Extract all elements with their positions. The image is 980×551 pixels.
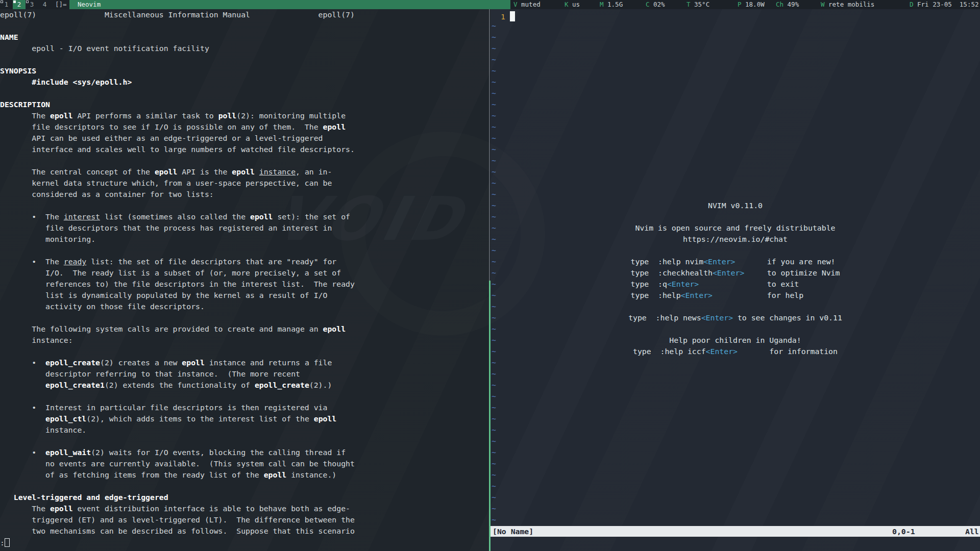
nvim-intro-line: Help poor children in Uganda!: [491, 335, 980, 346]
status-P: P 18.0W: [738, 0, 765, 9]
status-W: W rete mobilis: [821, 0, 874, 9]
nvim-intro-line: type :help nvim<Enter> if you are new!: [491, 256, 980, 267]
statusbar: V mutedK usM 1.5GC 02%T 35°CP 18.0WCh 49…: [510, 0, 980, 9]
status-Ch: Ch 49%: [776, 0, 799, 9]
nvim-intro-line: type :checkhealth<Enter> to optimize Nvi…: [491, 267, 980, 279]
nvim-intro-line: https://neovim.io/#chat: [491, 234, 980, 245]
status-C: C 02%: [646, 0, 665, 9]
nvim-intro-line: type :q<Enter> to exit: [491, 279, 980, 290]
man-page-text: epoll(7) Miscellaneous Information Manua…: [0, 9, 355, 548]
tag-1[interactable]: 1: [0, 0, 13, 9]
nvim-intro-line: type :help iccf<Enter> for information: [491, 346, 980, 357]
nvim-intro-line: Nvim is open source and freely distribut…: [491, 222, 980, 234]
nvim-intro-line: NVIM v0.11.0: [491, 200, 980, 211]
status-K: K us: [565, 0, 580, 9]
neovim-pane[interactable]: 1 ~~~~~~~~~~~~~~~~~~~~~~~~~~~~~~~~~~~~~~…: [491, 9, 980, 551]
status-M: M 1.5G: [600, 0, 623, 9]
focused-window-title: Neovim: [69, 0, 510, 9]
tag-indicator: [13, 1, 16, 3]
pager-cursor: [5, 538, 10, 547]
dwm-top-bar: 1234 []= Neovim V mutedK usM 1.5GC 02%T …: [0, 0, 980, 9]
buffer-name: [No Name]: [493, 526, 533, 537]
tag-indicator: [1, 1, 3, 3]
tag-3[interactable]: 3: [26, 0, 38, 9]
workspace-tags: 1234: [0, 0, 51, 9]
tag-indicator: [26, 1, 29, 3]
tag-4[interactable]: 4: [38, 0, 51, 9]
window-border-gray: [489, 9, 490, 281]
man-page-pane[interactable]: epoll(7) Miscellaneous Information Manua…: [0, 9, 489, 551]
nvim-intro-line: type :help news<Enter> to see changes in…: [491, 312, 980, 323]
scroll-indicator: All: [965, 526, 979, 537]
window-border-green: [489, 281, 491, 551]
status-D: D Fri 23-05 15:52: [910, 0, 978, 9]
status-V: V muted: [513, 0, 541, 9]
nvim-statusline: [No Name] 0,0-1 All: [491, 526, 980, 537]
tag-2[interactable]: 2: [13, 0, 26, 9]
nvim-intro-line: type :help<Enter> for help: [491, 290, 980, 301]
layout-symbol: []=: [55, 0, 67, 9]
cursor-position: 0,0-1: [892, 526, 915, 537]
status-T: T 35°C: [687, 0, 709, 9]
nvim-intro: NVIM v0.11.0Nvim is open source and free…: [491, 9, 980, 551]
